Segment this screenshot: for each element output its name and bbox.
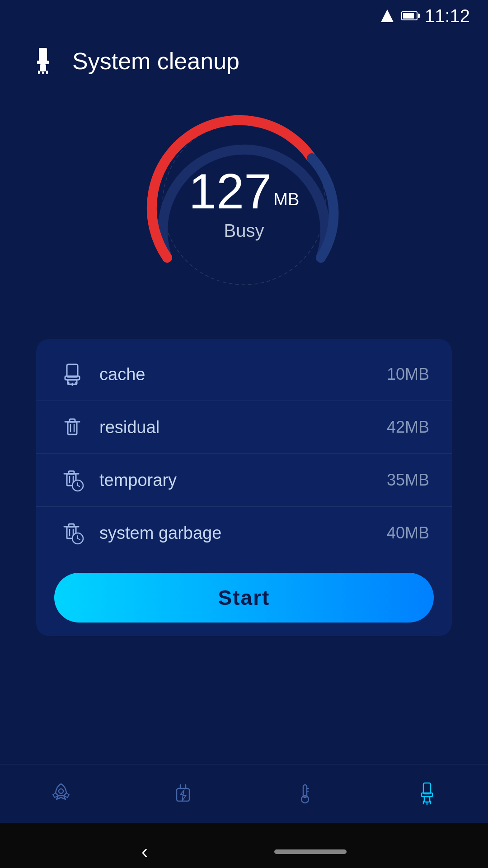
gauge-display: 127MB <box>189 166 300 216</box>
battery-bolt-icon <box>170 781 196 807</box>
back-button[interactable]: ‹ <box>141 841 148 863</box>
svg-rect-8 <box>67 364 78 377</box>
gauge-unit: MB <box>273 190 299 209</box>
gauge-center: 127MB Busy <box>189 166 300 241</box>
temporary-label: temporary <box>99 471 373 490</box>
svg-rect-14 <box>68 422 77 434</box>
cache-size: 10MB <box>387 365 429 384</box>
bottom-nav <box>0 764 488 823</box>
system-garbage-icon <box>59 519 86 547</box>
nav-item-cleanup[interactable] <box>400 764 454 823</box>
svg-rect-4 <box>38 71 40 74</box>
nav-item-battery[interactable] <box>156 764 210 823</box>
start-button[interactable]: Start <box>54 573 434 623</box>
status-bar: 11:12 <box>0 0 488 32</box>
svg-rect-1 <box>39 48 47 61</box>
cache-label: cache <box>99 365 373 384</box>
system-nav-bar: ‹ <box>0 823 488 868</box>
battery-icon <box>401 11 418 20</box>
nav-item-temperature[interactable] <box>278 764 332 823</box>
temporary-icon <box>59 467 86 494</box>
svg-marker-0 <box>381 9 394 22</box>
list-item[interactable]: temporary 35MB <box>36 454 452 507</box>
svg-rect-46 <box>424 797 430 802</box>
svg-rect-21 <box>69 471 74 474</box>
gauge-label: Busy <box>189 221 300 241</box>
svg-rect-6 <box>46 71 48 74</box>
app-header: System cleanup <box>0 32 488 90</box>
gauge-container: 127MB Busy <box>140 99 348 307</box>
page-title: System cleanup <box>72 47 239 75</box>
thermometer-icon <box>292 781 318 807</box>
residual-size: 42MB <box>387 418 429 437</box>
app-icon <box>27 45 59 77</box>
temporary-size: 35MB <box>387 471 429 490</box>
rocket-icon <box>48 781 74 807</box>
gauge-value: 127 <box>189 163 272 219</box>
list-item[interactable]: residual 42MB <box>36 401 452 454</box>
status-time: 11:12 <box>425 6 470 26</box>
brush-nav-icon <box>414 781 440 807</box>
nav-item-boost[interactable] <box>34 764 88 823</box>
svg-rect-16 <box>70 419 75 422</box>
list-item[interactable]: system garbage 40MB <box>36 507 452 559</box>
home-pill <box>274 849 347 854</box>
cache-icon <box>59 361 86 388</box>
system-garbage-label: system garbage <box>99 524 373 543</box>
signal-icon <box>380 9 394 22</box>
cleanup-icon <box>29 47 57 75</box>
residual-icon <box>59 414 86 441</box>
start-button-label: Start <box>218 585 270 610</box>
svg-rect-3 <box>40 64 46 71</box>
svg-rect-44 <box>423 783 431 794</box>
status-icons: 11:12 <box>380 6 470 26</box>
system-garbage-size: 40MB <box>387 524 429 542</box>
list-item[interactable]: cache 10MB <box>36 348 452 401</box>
svg-rect-29 <box>69 524 74 527</box>
svg-point-35 <box>59 789 63 793</box>
residual-label: residual <box>99 418 373 437</box>
svg-rect-2 <box>37 61 49 64</box>
svg-rect-5 <box>42 71 44 74</box>
cleanup-card: cache 10MB residual 42MB <box>36 339 452 636</box>
